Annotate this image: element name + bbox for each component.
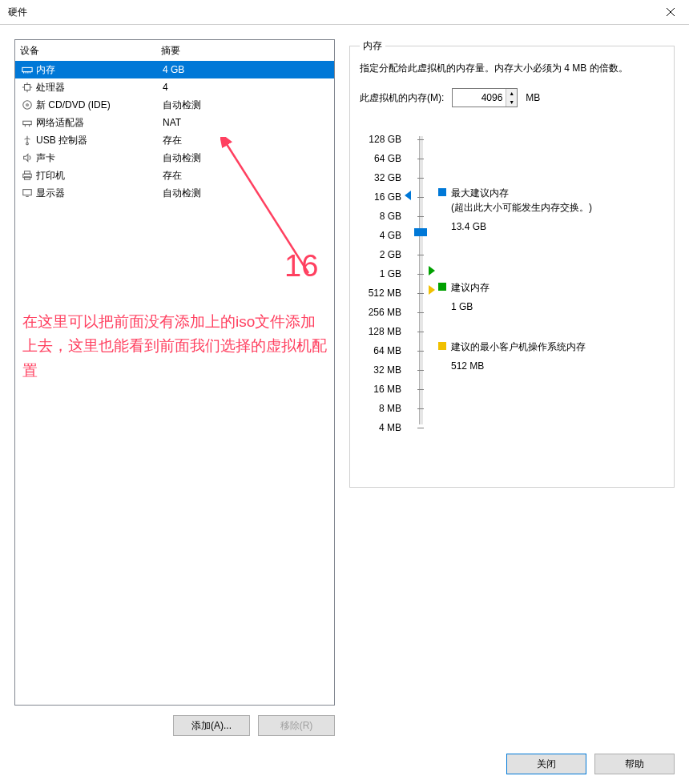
device-summary: NAT bbox=[163, 117, 329, 128]
close-icon[interactable] bbox=[652, 0, 689, 24]
svg-rect-7 bbox=[25, 85, 30, 90]
device-row[interactable]: 显示器自动检测 bbox=[15, 184, 334, 202]
slider-tick bbox=[417, 370, 424, 371]
slider-thumb[interactable] bbox=[414, 228, 427, 236]
device-row[interactable]: 声卡自动检测 bbox=[15, 149, 334, 167]
memory-group-title: 内存 bbox=[360, 39, 385, 53]
slider-labels: 128 GB64 GB32 GB16 GB8 GB4 GB2 GB1 GB512… bbox=[360, 130, 406, 437]
usb-icon bbox=[20, 135, 34, 146]
titlebar: 硬件 bbox=[0, 0, 689, 25]
device-name: 内存 bbox=[34, 63, 163, 77]
slider-tick-label: 32 MB bbox=[360, 360, 406, 380]
slider-tick bbox=[417, 389, 424, 390]
memory-unit: MB bbox=[526, 92, 540, 103]
min-color-swatch bbox=[438, 342, 446, 350]
svg-point-17 bbox=[26, 143, 29, 145]
device-summary: 自动检测 bbox=[163, 151, 329, 165]
device-row[interactable]: 网络适配器NAT bbox=[15, 114, 334, 131]
cpu-icon bbox=[20, 82, 34, 93]
window-title: 硬件 bbox=[8, 6, 652, 19]
slider-tick-label: 128 GB bbox=[360, 130, 406, 149]
close-button[interactable]: 关闭 bbox=[506, 754, 586, 774]
max-marker-icon bbox=[405, 191, 411, 200]
device-name: 网络适配器 bbox=[34, 116, 163, 130]
device-name: 声卡 bbox=[34, 151, 163, 165]
memory-slider-area: 128 GB64 GB32 GB16 GB8 GB4 GB2 GB1 GB512… bbox=[360, 130, 664, 437]
device-name: 显示器 bbox=[34, 187, 163, 200]
svg-rect-20 bbox=[25, 177, 30, 180]
slider-tick-label: 16 MB bbox=[360, 380, 406, 399]
spin-down-icon[interactable]: ▼ bbox=[506, 98, 517, 107]
slider-tick bbox=[417, 159, 424, 159]
memory-icon bbox=[20, 64, 34, 75]
memory-input[interactable] bbox=[453, 89, 506, 107]
device-name: 打印机 bbox=[34, 169, 163, 183]
device-name: 处理器 bbox=[34, 81, 163, 94]
device-row[interactable]: USB 控制器存在 bbox=[15, 131, 334, 149]
device-row[interactable]: 新 CD/DVD (IDE)自动检测 bbox=[15, 96, 334, 114]
slider-tick-label: 8 MB bbox=[360, 399, 406, 418]
hardware-dialog: 硬件 设备 摘要 内存4 GB处理器4新 CD/DVD (IDE)自动检测网络适… bbox=[0, 0, 689, 784]
slider-tick-label: 64 MB bbox=[360, 341, 406, 360]
slider-tick bbox=[417, 332, 424, 332]
slider-tick-label: 512 MB bbox=[360, 283, 406, 303]
device-summary: 4 bbox=[163, 82, 329, 93]
slider-tick-label: 4 MB bbox=[360, 418, 406, 437]
max-color-swatch bbox=[438, 188, 446, 196]
slider-tick-label: 256 MB bbox=[360, 303, 406, 322]
memory-slider[interactable] bbox=[406, 130, 438, 437]
slider-tick bbox=[417, 293, 424, 294]
column-device: 设备 bbox=[20, 44, 161, 58]
column-summary: 摘要 bbox=[161, 44, 329, 58]
slider-side-labels: 最大建议内存 (超出此大小可能发生内存交换。) 13.4 GB 建议内存 1 G… bbox=[438, 130, 664, 437]
slider-tick bbox=[417, 139, 424, 140]
dialog-footer: 关闭 帮助 bbox=[506, 754, 675, 774]
device-name: 新 CD/DVD (IDE) bbox=[34, 99, 163, 112]
memory-panel: 内存 指定分配给此虚拟机的内存量。内存大小必须为 4 MB 的倍数。 此虚拟机的… bbox=[349, 39, 675, 736]
add-button[interactable]: 添加(A)... bbox=[173, 715, 250, 736]
rec-color-swatch bbox=[438, 283, 446, 291]
slider-tick bbox=[417, 274, 424, 275]
slider-tick-label: 2 GB bbox=[360, 245, 406, 264]
remove-button[interactable]: 移除(R) bbox=[258, 715, 335, 736]
memory-spinbox[interactable]: ▲ ▼ bbox=[452, 88, 518, 107]
printer-icon bbox=[20, 170, 34, 181]
device-row[interactable]: 处理器4 bbox=[15, 78, 334, 96]
svg-point-12 bbox=[23, 101, 32, 110]
memory-groupbox: 内存 指定分配给此虚拟机的内存量。内存大小必须为 4 MB 的倍数。 此虚拟机的… bbox=[349, 39, 675, 488]
memory-description: 指定分配给此虚拟机的内存量。内存大小必须为 4 MB 的倍数。 bbox=[360, 61, 664, 75]
network-icon bbox=[20, 117, 34, 128]
slider-tick bbox=[417, 351, 424, 352]
help-button[interactable]: 帮助 bbox=[594, 754, 675, 774]
min-memory-label: 建议的最小客户机操作系统内存 512 MB bbox=[451, 340, 586, 373]
svg-rect-14 bbox=[23, 121, 32, 124]
svg-rect-21 bbox=[23, 190, 32, 195]
slider-tick bbox=[417, 197, 424, 198]
display-icon bbox=[20, 187, 34, 199]
spin-up-icon[interactable]: ▲ bbox=[506, 89, 517, 98]
device-summary: 自动检测 bbox=[163, 187, 329, 200]
svg-rect-2 bbox=[22, 67, 32, 71]
device-summary: 4 GB bbox=[163, 64, 329, 75]
slider-tick-label: 32 GB bbox=[360, 168, 406, 187]
device-summary: 存在 bbox=[163, 134, 329, 147]
min-marker-icon bbox=[429, 285, 435, 295]
device-name: USB 控制器 bbox=[34, 134, 163, 147]
rec-marker-icon bbox=[429, 266, 435, 275]
disc-icon bbox=[20, 99, 34, 111]
device-row[interactable]: 内存4 GB bbox=[15, 61, 334, 78]
spin-buttons[interactable]: ▲ ▼ bbox=[506, 89, 517, 107]
slider-tick bbox=[417, 408, 424, 409]
max-memory-label: 最大建议内存 (超出此大小可能发生内存交换。) 13.4 GB bbox=[451, 186, 592, 234]
device-summary: 存在 bbox=[163, 169, 329, 183]
device-list[interactable]: 设备 摘要 内存4 GB处理器4新 CD/DVD (IDE)自动检测网络适配器N… bbox=[14, 39, 335, 706]
slider-tick-label: 1 GB bbox=[360, 264, 406, 283]
device-row[interactable]: 打印机存在 bbox=[15, 167, 334, 184]
sound-icon bbox=[20, 152, 34, 163]
slider-tick-label: 4 GB bbox=[360, 226, 406, 245]
slider-tick bbox=[417, 312, 424, 313]
slider-tick bbox=[417, 428, 424, 428]
slider-tick-label: 128 MB bbox=[360, 322, 406, 341]
device-summary: 自动检测 bbox=[163, 99, 329, 112]
device-panel: 设备 摘要 内存4 GB处理器4新 CD/DVD (IDE)自动检测网络适配器N… bbox=[14, 39, 335, 736]
